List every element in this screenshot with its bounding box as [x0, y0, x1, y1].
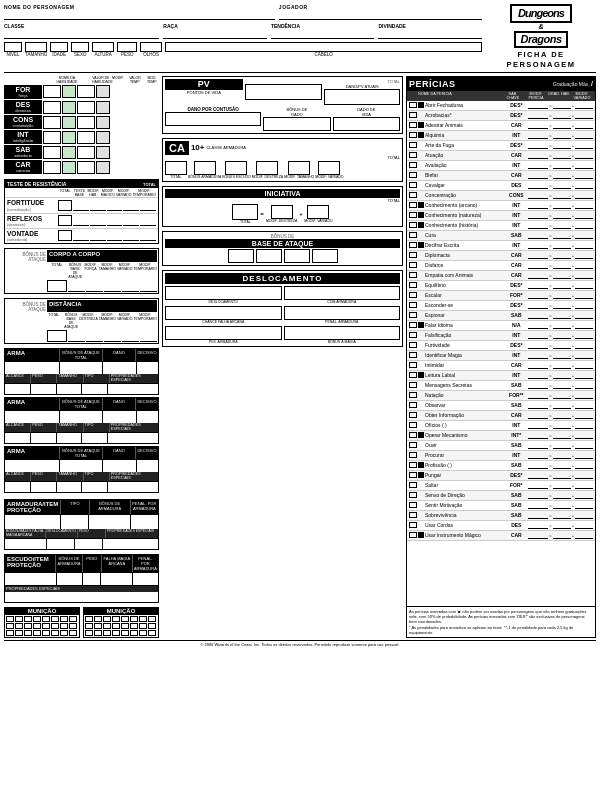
skill-var-field[interactable]: [575, 401, 593, 409]
skill-var-field[interactable]: [575, 321, 593, 329]
skill-var-field[interactable]: [575, 121, 593, 129]
nonlethal-field[interactable]: [263, 117, 330, 131]
bab-field1[interactable]: [228, 249, 254, 263]
skill-checkbox[interactable]: [409, 282, 417, 288]
skill-checkbox[interactable]: [409, 362, 417, 368]
skill-modif-field[interactable]: [528, 421, 548, 429]
skill-checkbox[interactable]: [409, 442, 417, 448]
ammo-box[interactable]: [24, 616, 32, 622]
skill-modif-field[interactable]: [528, 201, 548, 209]
desl-field6[interactable]: [284, 326, 401, 340]
skill-modif-field[interactable]: [528, 241, 548, 249]
save-base[interactable]: [73, 200, 89, 211]
initiative-total-field[interactable]: [232, 204, 258, 220]
desl-field3[interactable]: [165, 306, 282, 320]
skill-grad-field[interactable]: [553, 441, 571, 449]
ammo-box[interactable]: [60, 630, 68, 636]
skill-modif-field[interactable]: [528, 511, 548, 519]
skill-grad-field[interactable]: [553, 221, 571, 229]
save-total[interactable]: [58, 230, 72, 241]
ammo-box[interactable]: [112, 616, 120, 622]
initiative-des-field[interactable]: [271, 205, 293, 219]
skill-var-field[interactable]: [575, 191, 593, 199]
skill-grad-field[interactable]: [553, 301, 571, 309]
skill-var-field[interactable]: [575, 311, 593, 319]
skill-checkbox[interactable]: [409, 132, 417, 138]
skill-modif-field[interactable]: [528, 331, 548, 339]
skill-modif-field[interactable]: [528, 491, 548, 499]
skill-modif-field[interactable]: [528, 211, 548, 219]
skill-var-field[interactable]: [575, 371, 593, 379]
sex-field[interactable]: [71, 42, 89, 52]
weapon-sub-field-1-2[interactable]: [57, 433, 83, 443]
speed-field[interactable]: [333, 117, 400, 131]
armor-falha-field[interactable]: [5, 539, 47, 549]
ammo-box[interactable]: [15, 623, 23, 629]
ammo-box[interactable]: [148, 623, 156, 629]
skill-var-field[interactable]: [575, 381, 593, 389]
weapon-name-field-0[interactable]: [5, 362, 60, 374]
ammo-box[interactable]: [33, 616, 41, 622]
skill-checkbox[interactable]: [409, 492, 417, 498]
ca-des-field[interactable]: [256, 161, 278, 175]
save-hab[interactable]: [90, 230, 106, 241]
desl-field1[interactable]: [165, 286, 282, 300]
ammo-box[interactable]: [103, 630, 111, 636]
bab-field2[interactable]: [256, 249, 282, 263]
ammo-box[interactable]: [24, 623, 32, 629]
pv-total-field[interactable]: [245, 84, 323, 100]
ability-val-sab[interactable]: [43, 146, 61, 159]
skill-modif-field[interactable]: [528, 191, 548, 199]
ability-tmpval-cons[interactable]: [77, 116, 95, 129]
ammo-box[interactable]: [33, 623, 41, 629]
weapon-sub-field-1-3[interactable]: [82, 433, 108, 443]
weapon-sub-field-1-1[interactable]: [31, 433, 57, 443]
ammo-box[interactable]: [121, 616, 129, 622]
ammo-box[interactable]: [42, 616, 50, 622]
ability-mod-car[interactable]: [62, 161, 76, 174]
skill-checkbox[interactable]: [409, 452, 417, 458]
shield-name-field[interactable]: [5, 573, 57, 585]
skill-grad-field[interactable]: [553, 411, 571, 419]
ability-tmpval-sab[interactable]: [77, 146, 95, 159]
ranged-tam-field[interactable]: [104, 330, 121, 342]
skill-checkbox[interactable]: [409, 432, 417, 438]
weapon-crit-field-0[interactable]: [137, 362, 158, 374]
skill-checkbox[interactable]: [409, 182, 417, 188]
desl-field2[interactable]: [284, 286, 401, 300]
ammo-box[interactable]: [130, 623, 138, 629]
weapon-sub-field-2-1[interactable]: [31, 482, 57, 492]
level-field[interactable]: [4, 42, 22, 52]
ammo-box[interactable]: [112, 623, 120, 629]
weight-field[interactable]: [117, 42, 137, 52]
desl-field5[interactable]: [165, 326, 282, 340]
skill-modif-field[interactable]: [528, 101, 548, 109]
save-mag[interactable]: [107, 200, 123, 211]
skill-modif-field[interactable]: [528, 341, 548, 349]
skill-grad-field[interactable]: [553, 521, 571, 529]
save-var[interactable]: [123, 230, 139, 241]
skill-modif-field[interactable]: [528, 231, 548, 239]
skill-grad-field[interactable]: [553, 321, 571, 329]
ammo-box[interactable]: [103, 616, 111, 622]
save-base[interactable]: [73, 230, 89, 241]
skill-var-field[interactable]: [575, 421, 593, 429]
skill-modif-field[interactable]: [528, 411, 548, 419]
skill-checkbox[interactable]: [409, 412, 417, 418]
shield-props-field[interactable]: [5, 592, 158, 602]
ammo-box[interactable]: [42, 623, 50, 629]
divinity-field[interactable]: [378, 29, 482, 39]
ammo-box[interactable]: [6, 616, 14, 622]
skill-checkbox[interactable]: [409, 152, 417, 158]
skill-grad-field[interactable]: [553, 291, 571, 299]
weapon-crit-field-2[interactable]: [137, 460, 158, 472]
ability-mod-cons[interactable]: [62, 116, 76, 129]
ability-mod-des[interactable]: [62, 101, 76, 114]
skill-modif-field[interactable]: [528, 281, 548, 289]
ammo-box[interactable]: [130, 616, 138, 622]
bab-field3[interactable]: [284, 249, 310, 263]
melee-total-field[interactable]: [47, 280, 67, 292]
ability-tmpval-int[interactable]: [77, 131, 95, 144]
skill-checkbox[interactable]: [409, 332, 417, 338]
skill-modif-field[interactable]: [528, 501, 548, 509]
